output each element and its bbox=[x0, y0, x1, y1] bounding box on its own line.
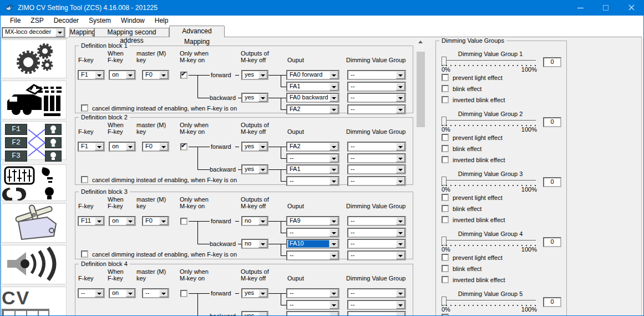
forward-mkey-off-select[interactable]: no bbox=[241, 216, 268, 226]
tab-advanced-mapping[interactable]: Advanced Mapping bbox=[169, 26, 225, 37]
effect-checkbox-blink-effect[interactable] bbox=[442, 205, 449, 212]
master-key-select[interactable]: F0 bbox=[142, 142, 169, 152]
effect-checkbox-inverted-blink-effect[interactable] bbox=[442, 156, 449, 163]
sidebar-button-locomotive[interactable] bbox=[1, 81, 67, 119]
when-fkey-select[interactable]: on bbox=[109, 70, 136, 80]
close-button[interactable] bbox=[618, 0, 644, 16]
fkey-select[interactable]: F1 bbox=[78, 70, 105, 80]
cancel-dimming-checkbox[interactable] bbox=[81, 250, 88, 258]
output-select[interactable]: FA0 forward bbox=[286, 70, 339, 80]
dimming-group-select[interactable]: -- bbox=[347, 104, 406, 114]
slider-thumb[interactable] bbox=[442, 57, 447, 66]
dimming-group-select[interactable]: -- bbox=[347, 216, 406, 226]
cancel-dimming-checkbox[interactable] bbox=[81, 104, 88, 112]
effect-checkbox-inverted-blink-effect[interactable] bbox=[442, 96, 449, 103]
decoder-select[interactable]: MX-loco decoder bbox=[2, 27, 65, 38]
backward-mkey-off-select[interactable]: no bbox=[241, 239, 268, 249]
effect-checkbox-prevent-light-effect[interactable] bbox=[442, 134, 449, 141]
sidebar-button-sound[interactable] bbox=[1, 245, 67, 284]
slider-thumb[interactable] bbox=[442, 177, 447, 185]
tab-mapping-second-address[interactable]: Mapping second address bbox=[94, 28, 169, 37]
dimming-group-select[interactable]: -- bbox=[347, 93, 406, 103]
menu-item-help[interactable]: Help bbox=[150, 16, 174, 26]
dimming-group-select[interactable]: -- bbox=[347, 153, 406, 163]
output-select[interactable]: FA1 bbox=[286, 164, 339, 174]
effect-checkbox-prevent-light-effect[interactable] bbox=[442, 254, 449, 261]
forward-mkey-off-select[interactable]: yes bbox=[241, 142, 268, 152]
scroll-up-arrow-icon[interactable] bbox=[416, 37, 425, 47]
only-when-mkey-checkbox[interactable] bbox=[180, 218, 187, 225]
dimming-value-input[interactable]: 0 bbox=[543, 237, 561, 247]
only-when-mkey-checkbox[interactable]: ✔ bbox=[180, 143, 187, 151]
output-select[interactable]: FA9 bbox=[286, 216, 339, 226]
forward-mkey-off-select[interactable]: yes bbox=[241, 288, 268, 298]
dimming-value-input[interactable]: 0 bbox=[543, 117, 561, 127]
cancel-dimming-checkbox[interactable] bbox=[81, 176, 88, 183]
dimming-group-select[interactable]: -- bbox=[347, 239, 406, 249]
output-select[interactable]: FA2 bbox=[286, 142, 339, 152]
dimming-group-select[interactable]: -- bbox=[347, 164, 406, 174]
dimming-value-input[interactable]: 0 bbox=[543, 57, 561, 67]
output-select[interactable]: -- bbox=[286, 250, 339, 260]
effect-checkbox-blink-effect[interactable] bbox=[442, 85, 449, 92]
output-select[interactable]: -- bbox=[286, 228, 339, 238]
output-select[interactable]: -- bbox=[286, 153, 339, 163]
master-key-select[interactable]: -- bbox=[142, 288, 169, 298]
minimize-button[interactable] bbox=[567, 0, 593, 16]
slider-thumb[interactable] bbox=[442, 117, 447, 126]
dimming-value-input[interactable]: 0 bbox=[543, 297, 561, 307]
dimming-group-select[interactable]: -- bbox=[347, 228, 406, 238]
effect-checkbox-blink-effect[interactable] bbox=[442, 145, 449, 152]
sidebar-button-light-effects[interactable] bbox=[1, 164, 67, 201]
effect-checkbox-blink-effect[interactable] bbox=[442, 265, 449, 272]
output-select[interactable]: FA10 bbox=[286, 239, 339, 249]
scrollbar-thumb[interactable] bbox=[417, 52, 425, 127]
dimming-group-select[interactable]: -- bbox=[347, 82, 406, 92]
effect-checkbox-prevent-light-effect[interactable] bbox=[442, 74, 449, 81]
slider-thumb[interactable] bbox=[442, 297, 447, 305]
when-fkey-select[interactable]: on bbox=[109, 288, 136, 298]
master-key-select[interactable]: F0 bbox=[142, 216, 169, 226]
output-select[interactable]: FA0 backward bbox=[286, 93, 339, 103]
dimming-group-select[interactable]: -- bbox=[347, 142, 406, 152]
sidebar-button-cv-table[interactable]: CV bbox=[1, 287, 67, 316]
backward-mkey-off-select[interactable]: yes bbox=[241, 164, 268, 174]
output-select[interactable]: -- bbox=[286, 288, 339, 298]
dimming-group-select[interactable]: -- bbox=[347, 176, 406, 186]
only-when-mkey-checkbox[interactable] bbox=[180, 290, 187, 297]
output-select[interactable]: FA2 bbox=[286, 104, 339, 114]
only-when-mkey-checkbox[interactable]: ✔ bbox=[180, 72, 187, 79]
sidebar-button-function-mapping[interactable]: F1F2F3 bbox=[1, 121, 67, 160]
slider-thumb[interactable] bbox=[442, 237, 447, 245]
menu-item-file[interactable]: File bbox=[5, 16, 26, 26]
sidebar-button-decoder-gears[interactable] bbox=[1, 39, 67, 78]
fkey-select[interactable]: F1 bbox=[78, 142, 105, 152]
effect-checkbox-inverted-blink-effect[interactable] bbox=[442, 216, 449, 223]
forward-mkey-off-select[interactable]: yes bbox=[241, 70, 268, 80]
dimming-group-select[interactable]: -- bbox=[347, 288, 406, 298]
dimming-group-select[interactable]: -- bbox=[347, 70, 406, 80]
fkey-select[interactable]: -- bbox=[78, 288, 105, 298]
when-fkey-select[interactable]: on bbox=[109, 142, 136, 152]
maximize-button[interactable] bbox=[593, 0, 618, 16]
fkey-select[interactable]: F11 bbox=[78, 216, 105, 226]
header-only-when-1: Only when bbox=[180, 50, 209, 57]
output-select[interactable]: -- bbox=[286, 176, 339, 186]
master-key-select[interactable]: F0 bbox=[142, 70, 169, 80]
menu-item-zsp[interactable]: ZSP bbox=[26, 16, 48, 26]
backward-mkey-off-select[interactable]: yes bbox=[241, 93, 268, 103]
menu-item-window[interactable]: Window bbox=[116, 16, 150, 26]
tab-mapping[interactable]: Mapping bbox=[69, 28, 94, 37]
dimming-group-select[interactable]: -- bbox=[347, 300, 406, 310]
effect-checkbox-prevent-light-effect[interactable] bbox=[442, 194, 449, 201]
menu-item-system[interactable]: System bbox=[84, 16, 116, 26]
menu-item-decoder[interactable]: Decoder bbox=[49, 16, 84, 26]
sidebar-button-servo[interactable] bbox=[1, 203, 67, 243]
when-fkey-select[interactable]: on bbox=[109, 216, 136, 226]
output-select[interactable]: FA1 bbox=[286, 82, 339, 92]
output-select[interactable]: -- bbox=[286, 300, 339, 310]
vertical-scrollbar[interactable] bbox=[416, 37, 425, 316]
dimming-group-select[interactable]: -- bbox=[347, 250, 406, 260]
dimming-value-input[interactable]: 0 bbox=[543, 177, 561, 187]
effect-checkbox-inverted-blink-effect[interactable] bbox=[442, 276, 449, 283]
